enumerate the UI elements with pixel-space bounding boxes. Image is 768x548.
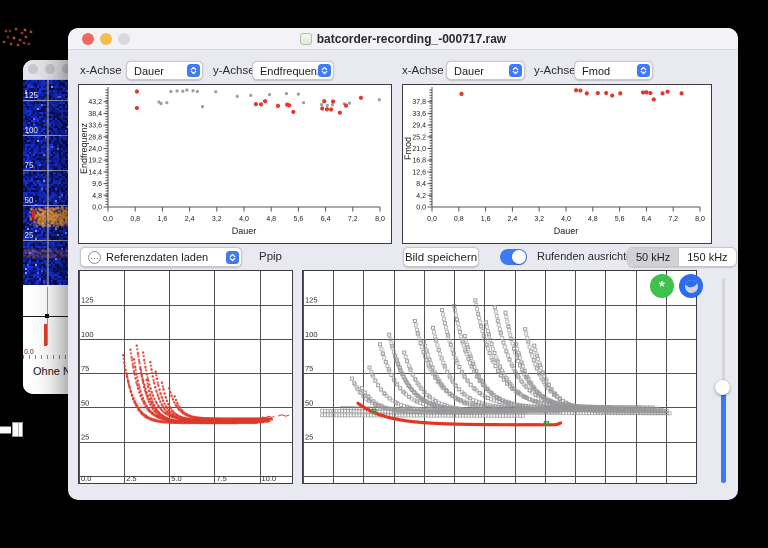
load-reference-pulldown[interactable]: … Referenzdaten laden [80,247,242,267]
waveform-panel [23,285,68,347]
spectrogram-view [23,80,68,285]
zoom-slider-fill [721,387,726,483]
align-label: Rufenden ausrichte [537,250,632,262]
chevron-up-down-icon [318,64,331,77]
chevron-up-down-icon [226,251,239,264]
inactive-minimize-button [45,64,55,74]
chevron-up-down-icon [509,64,522,77]
window-title: batcorder-recording_-000717.raw [317,32,506,46]
background-ui-fragment [0,426,11,434]
align-toggle[interactable] [500,249,527,265]
desktop: 0.0 Ohne No batcorder-recording_-000717.… [0,0,768,548]
selection-marker [44,324,47,346]
reference-curves-canvas[interactable] [79,271,292,483]
left-x-axis-select[interactable]: Dauer [126,61,203,80]
chevron-up-down-icon [637,64,650,77]
recorded-calls-panel[interactable] [302,270,697,484]
toggle-knob [512,250,526,264]
time-axis: 0.0 [23,347,68,359]
background-window-caption: Ohne No [23,359,68,394]
time-axis-origin-label: 0.0 [24,348,34,355]
right-y-axis-label: y-Achse [534,64,576,76]
inactive-close-button [28,64,38,74]
species-label: Ppip [259,250,282,262]
document-icon [300,33,312,45]
endfrequenz-scatter-canvas[interactable] [79,85,391,243]
frequency-range-segmented-control: 50 kHz 150 kHz [627,247,737,267]
background-window[interactable]: 0.0 Ohne No [23,60,68,394]
left-y-axis-select[interactable]: Endfrequenz [252,61,334,80]
right-y-axis-select[interactable]: Fmod [574,61,653,80]
background-window-titlebar [23,60,68,80]
zoom-slider-knob[interactable] [715,380,730,395]
scatter-panel-fmod[interactable] [402,84,712,244]
highlight-call-button[interactable]: * [650,274,674,298]
background-scatter-fragment [0,24,36,52]
titlebar[interactable]: batcorder-recording_-000717.raw [68,28,738,50]
crescent-moon-icon [682,277,700,295]
right-x-axis-label: x-Achse [402,64,444,76]
background-ui-fragment [12,422,23,437]
segment-150khz[interactable]: 150 kHz [678,248,735,266]
fmod-scatter-canvas[interactable] [403,85,711,243]
chevron-up-down-icon [187,64,200,77]
left-x-axis-label: x-Achse [80,64,122,76]
right-x-axis-select[interactable]: Dauer [446,61,525,80]
scatter-panel-endfrequenz[interactable] [78,84,392,244]
save-image-button[interactable]: Bild speichern [403,247,479,267]
ellipsis-circle-icon: … [88,251,101,264]
recorded-calls-canvas[interactable] [303,271,696,483]
main-window: batcorder-recording_-000717.raw x-Achse … [68,28,738,500]
reference-curves-panel[interactable] [78,270,293,484]
night-mode-button[interactable] [679,274,703,298]
left-y-axis-label: y-Achse [213,64,255,76]
asterisk-icon: * [659,281,665,291]
segment-50khz[interactable]: 50 kHz [628,248,678,266]
cursor-marker [45,314,49,318]
title-area: batcorder-recording_-000717.raw [68,28,738,50]
